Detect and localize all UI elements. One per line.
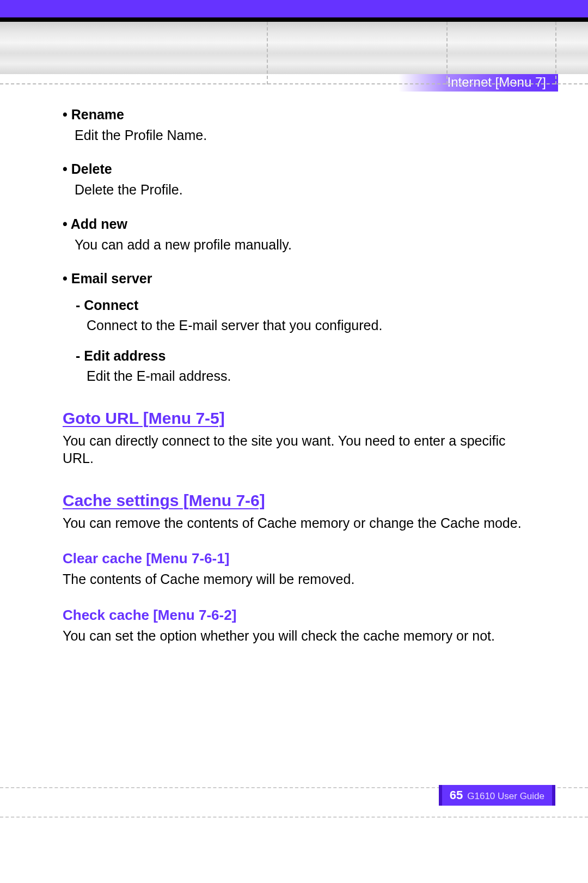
header-band: Internet [Menu 7] bbox=[0, 22, 588, 74]
page-number: 65 bbox=[450, 788, 463, 802]
bullet-desc: Edit the Profile Name. bbox=[63, 127, 528, 144]
sub-desc: Connect to the E-mail server that you co… bbox=[76, 316, 528, 334]
sub-edit-address: Edit address Edit the E-mail address. bbox=[76, 348, 528, 385]
body-cache-settings: You can remove the contents of Cache mem… bbox=[63, 514, 528, 532]
breadcrumb: Internet [Menu 7] bbox=[399, 74, 558, 92]
heading-clear-cache: Clear cache [Menu 7-6-1] bbox=[63, 550, 528, 567]
guide-label: G1610 User Guide bbox=[467, 791, 544, 802]
bullet-delete: Delete Delete the Profile. bbox=[63, 161, 528, 198]
sub-title: Edit address bbox=[76, 348, 528, 364]
bullet-title: Delete bbox=[63, 161, 528, 177]
sub-desc: Edit the E-mail address. bbox=[76, 367, 528, 385]
bullet-add-new: Add new You can add a new profile manual… bbox=[63, 216, 528, 253]
bullet-title: Add new bbox=[63, 216, 528, 232]
bullet-rename: Rename Edit the Profile Name. bbox=[63, 107, 528, 144]
sub-title: Connect bbox=[76, 297, 528, 313]
footer-rule bbox=[0, 817, 588, 818]
sub-connect: Connect Connect to the E-mail server tha… bbox=[76, 297, 528, 334]
top-black-bar bbox=[0, 17, 588, 22]
body-goto-url: You can directly connect to the site you… bbox=[63, 432, 528, 467]
bullet-title: Rename bbox=[63, 107, 528, 123]
heading-cache-settings: Cache settings [Menu 7-6] bbox=[63, 491, 528, 510]
bullet-email-server: Email server bbox=[63, 271, 528, 287]
body-clear-cache: The contents of Cache memory will be rem… bbox=[63, 570, 528, 588]
bullet-desc: Delete the Profile. bbox=[63, 181, 528, 198]
top-purple-bar bbox=[0, 0, 588, 17]
page-content: Rename Edit the Profile Name. Delete Del… bbox=[0, 74, 588, 644]
bullet-desc: You can add a new profile manually. bbox=[63, 236, 528, 253]
page-footer: 65 G1610 User Guide bbox=[0, 787, 588, 818]
heading-check-cache: Check cache [Menu 7-6-2] bbox=[63, 607, 528, 624]
bullet-title: Email server bbox=[63, 271, 528, 287]
page-tag: 65 G1610 User Guide bbox=[439, 785, 555, 806]
body-check-cache: You can set the option whether you will … bbox=[63, 627, 528, 645]
heading-goto-url: Goto URL [Menu 7-5] bbox=[63, 409, 528, 428]
